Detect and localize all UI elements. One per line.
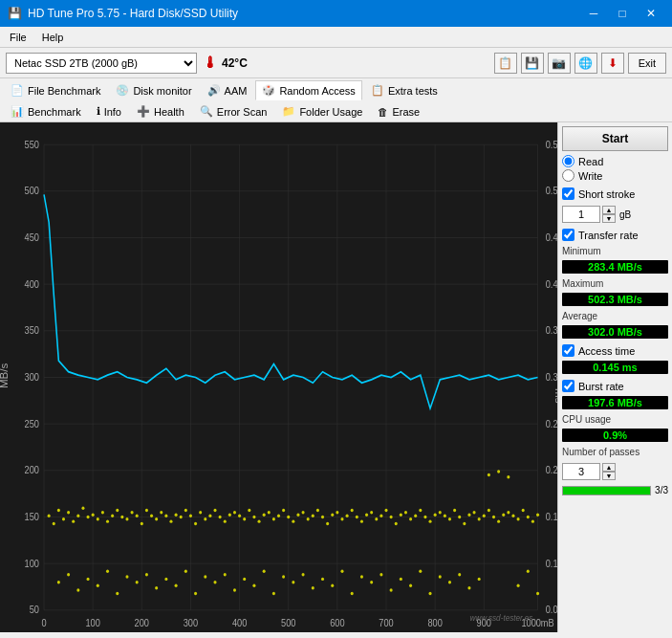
exit-button[interactable]: Exit: [628, 53, 666, 74]
start-button[interactable]: Start: [562, 126, 668, 151]
benchmark-label: Benchmark: [28, 106, 81, 118]
svg-point-75: [131, 511, 134, 514]
tab-benchmark[interactable]: 📊 Benchmark: [4, 101, 88, 121]
tab-health[interactable]: ➕ Health: [130, 101, 191, 121]
svg-point-199: [448, 581, 451, 583]
short-stroke-checkbox[interactable]: [562, 187, 574, 200]
tab-erase[interactable]: 🗑 Erase: [371, 101, 426, 121]
svg-point-65: [81, 506, 84, 509]
transfer-rate-checkbox[interactable]: [562, 229, 574, 241]
svg-point-69: [101, 511, 104, 514]
passes-down[interactable]: ▼: [602, 472, 616, 480]
svg-point-172: [184, 570, 187, 573]
svg-point-116: [331, 513, 334, 516]
tab-file-benchmark[interactable]: 📄 File Benchmark: [4, 80, 107, 100]
erase-icon: 🗑: [378, 106, 388, 118]
read-radio[interactable]: [562, 155, 574, 167]
toolbar-btn-3[interactable]: 📷: [548, 53, 571, 74]
svg-point-196: [419, 570, 422, 573]
svg-point-161: [76, 588, 79, 591]
burst-rate-checkbox[interactable]: [562, 380, 574, 392]
svg-point-201: [467, 586, 470, 589]
read-radio-label[interactable]: Read: [562, 155, 668, 167]
write-radio-label[interactable]: Write: [562, 169, 668, 182]
chart-svg: 550 500 450 400 350 300 250 200 150 100 …: [0, 122, 557, 632]
tab-aam[interactable]: 🔊 AAM: [201, 80, 254, 100]
svg-text:800: 800: [427, 618, 443, 629]
svg-point-109: [296, 513, 299, 516]
toolbar: Netac SSD 2TB (2000 gB) 🌡 42°C 📋 💾 📷 🌐 ⬇…: [0, 48, 672, 78]
toolbar-btn-2[interactable]: 💾: [521, 53, 544, 74]
maximize-button[interactable]: □: [609, 4, 636, 23]
tab-folder-usage[interactable]: 📁 Folder Usage: [275, 101, 369, 121]
title-bar-controls: ─ □ ✕: [580, 4, 664, 23]
menu-file[interactable]: File: [4, 30, 33, 45]
temperature-value: 42°C: [222, 56, 248, 70]
svg-point-133: [414, 515, 417, 517]
tab-disk-monitor[interactable]: 💿 Disk monitor: [109, 80, 198, 100]
access-time-checkbox-row: Access time: [562, 344, 668, 357]
svg-point-189: [351, 592, 354, 595]
passes-input[interactable]: [562, 463, 600, 480]
svg-point-60: [57, 509, 60, 512]
svg-point-162: [87, 578, 90, 581]
svg-point-82: [164, 515, 167, 517]
toolbar-btn-5[interactable]: ⬇: [601, 53, 624, 74]
passes-label: Number of passes: [562, 447, 668, 457]
info-icon: ℹ: [97, 105, 100, 118]
write-label: Write: [578, 170, 602, 182]
svg-text:200: 200: [135, 618, 150, 629]
tab-info[interactable]: ℹ Info: [90, 101, 128, 121]
svg-point-148: [488, 509, 490, 512]
svg-point-137: [434, 513, 437, 516]
nav-row-1: 📄 File Benchmark 💿 Disk monitor 🔊 AAM 🎲 …: [4, 80, 668, 100]
svg-text:100: 100: [85, 618, 100, 629]
access-time-checkbox[interactable]: [562, 344, 574, 357]
toolbar-btn-1[interactable]: 📋: [494, 53, 517, 74]
tab-error-scan[interactable]: 🔍 Error Scan: [193, 101, 274, 121]
svg-point-136: [429, 519, 432, 522]
svg-point-145: [473, 511, 476, 514]
svg-point-96: [233, 511, 236, 514]
drive-selector[interactable]: Netac SSD 2TB (2000 gB): [6, 53, 197, 74]
short-stroke-up[interactable]: ▲: [602, 206, 616, 214]
toolbar-icon-group: 📋 💾 📷 🌐 ⬇ Exit: [494, 53, 666, 74]
svg-point-131: [404, 511, 407, 514]
error-scan-icon: 🔍: [200, 105, 213, 118]
svg-point-125: [375, 517, 378, 520]
erase-label: Erase: [392, 106, 420, 118]
svg-point-157: [531, 519, 534, 522]
minimize-button[interactable]: ─: [580, 4, 607, 23]
close-button[interactable]: ✕: [638, 4, 664, 23]
svg-point-120: [351, 509, 354, 512]
svg-point-126: [379, 515, 382, 517]
passes-up[interactable]: ▲: [602, 463, 616, 472]
svg-point-101: [258, 519, 261, 522]
write-radio[interactable]: [562, 169, 574, 182]
thermometer-icon: 🌡: [203, 55, 218, 72]
svg-point-83: [169, 519, 172, 522]
svg-point-203: [488, 473, 490, 476]
svg-text:0.50: 0.50: [546, 186, 557, 197]
svg-point-124: [370, 511, 373, 514]
svg-point-118: [340, 517, 343, 520]
access-time-label: Access time: [578, 345, 635, 357]
menu-help[interactable]: Help: [36, 30, 70, 45]
tab-extra-tests[interactable]: 📋 Extra tests: [364, 80, 444, 100]
tab-random-access[interactable]: 🎲 Random Access: [255, 80, 361, 100]
svg-text:0.25: 0.25: [546, 418, 557, 429]
svg-point-177: [233, 588, 236, 591]
svg-point-190: [360, 575, 363, 578]
toolbar-btn-4[interactable]: 🌐: [574, 53, 597, 74]
svg-text:400: 400: [25, 278, 40, 290]
short-stroke-input[interactable]: [562, 206, 600, 223]
svg-point-73: [120, 516, 123, 518]
svg-point-165: [116, 592, 119, 595]
short-stroke-down[interactable]: ▼: [602, 214, 616, 223]
svg-point-184: [302, 573, 305, 576]
transfer-rate-checkbox-row: Transfer rate: [562, 229, 668, 241]
svg-point-74: [125, 517, 128, 520]
svg-text:0.55: 0.55: [546, 139, 557, 150]
svg-point-92: [213, 509, 216, 512]
aam-label: AAM: [225, 85, 248, 97]
